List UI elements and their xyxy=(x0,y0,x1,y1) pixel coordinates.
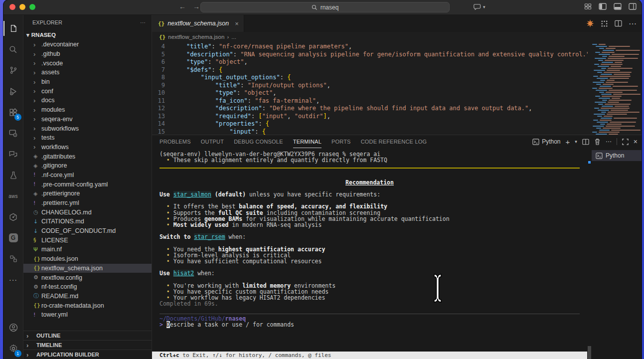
sidebar-item-search[interactable] xyxy=(3,39,23,60)
back-button[interactable]: ← xyxy=(179,2,186,10)
terminal-dropdown-icon[interactable]: ▾ xyxy=(575,139,577,144)
sidebar-item-run-debug[interactable] xyxy=(3,81,23,102)
sparkle-icon[interactable] xyxy=(586,19,594,27)
code-line[interactable]: 12 "description": "Define where the pipe… xyxy=(152,105,587,113)
file-nf-test.config[interactable]: ⚙nf-test.config xyxy=(23,282,152,292)
panel-tab-ports[interactable]: PORTS xyxy=(331,135,351,148)
panel-tab-output[interactable]: OUTPUT xyxy=(201,135,224,148)
folder-workflows[interactable]: ›workflows xyxy=(23,143,152,152)
split-terminal-icon[interactable] xyxy=(582,139,589,145)
folder-.devcontainer[interactable]: ›.devcontainer xyxy=(23,40,152,49)
code-line[interactable]: 4 "title": "nf-core/rnaseq pipeline para… xyxy=(152,43,587,51)
accounts-button[interactable] xyxy=(3,317,23,338)
file-CITATIONS.md[interactable]: ↓CITATIONS.md xyxy=(23,217,152,226)
section-outline[interactable]: › OUTLINE xyxy=(23,331,152,340)
more-views-button[interactable]: ··· xyxy=(3,269,23,290)
file-nextflow.config[interactable]: ⚙nextflow.config xyxy=(23,273,152,282)
folder-bin[interactable]: ›bin xyxy=(23,77,152,87)
file-README.md[interactable]: ⓘREADME.md xyxy=(23,292,152,301)
panel-tab-terminal[interactable]: TERMINAL xyxy=(293,135,322,148)
toggle-sidebar-icon[interactable] xyxy=(599,3,607,10)
folder-docs[interactable]: ›docs xyxy=(23,96,152,105)
close-tab-icon[interactable]: × xyxy=(235,20,239,27)
section-timeline[interactable]: › TIMELINE xyxy=(23,340,152,350)
code-line[interactable]: 7 "$defs": { xyxy=(152,66,587,74)
sidebar-item-remote-explorer[interactable] xyxy=(3,123,23,144)
file-.gitignore[interactable]: ◈.gitignore xyxy=(23,161,152,171)
sidebar-item-testing[interactable] xyxy=(3,165,23,185)
sidebar-actions-button[interactable]: ··· xyxy=(140,19,146,25)
code-line[interactable]: 15 "input": { xyxy=(152,128,587,135)
panel-more-actions-icon[interactable]: ⋯ xyxy=(606,138,612,145)
file-.gitattributes[interactable]: ◈.gitattributes xyxy=(23,152,152,161)
section-application-builder[interactable]: › APPLICATION BUILDER xyxy=(23,350,152,359)
folder-assets[interactable]: ›assets xyxy=(23,68,152,77)
code-line[interactable]: 6 "type": "object", xyxy=(152,58,587,66)
folder-conf[interactable]: ›conf xyxy=(23,86,152,96)
code-line[interactable]: 8 "input_output_options": { xyxy=(152,74,587,82)
panel-tab-debug-console[interactable]: DEBUG CONSOLE xyxy=(234,135,283,148)
sidebar-item-gitlens[interactable]: G xyxy=(3,227,23,248)
root-folder-row[interactable]: ▾ RNASEQ xyxy=(23,30,152,40)
file-nextflow_schema.json[interactable]: {}nextflow_schema.json xyxy=(23,264,152,273)
code-line[interactable]: 9 "title": "Input/output options", xyxy=(152,82,587,90)
code-line[interactable]: 14 "properties": { xyxy=(152,120,587,128)
file-main.nf[interactable]: Ψmain.nf xyxy=(23,245,152,254)
file-CHANGELOG.md[interactable]: ◷CHANGELOG.md xyxy=(23,207,152,217)
sidebar-item-explorer[interactable] xyxy=(3,18,23,39)
folder-seqera-env[interactable]: ›seqera-env xyxy=(23,115,152,124)
terminal[interactable]: (seqera-env) llewelyn-van-der-berg@KTW2Y… xyxy=(152,148,587,359)
zoom-window-button[interactable] xyxy=(29,4,35,10)
file-.pre-commit-config.yaml[interactable]: !.pre-commit-config.yaml xyxy=(23,180,152,189)
forward-button[interactable]: → xyxy=(193,2,200,10)
sidebar-item-project-manager[interactable] xyxy=(3,248,23,269)
file-tower.yml[interactable]: !tower.yml xyxy=(23,310,152,320)
terminal-list-item-python[interactable]: Python xyxy=(592,150,642,161)
terminal-scrollbar[interactable] xyxy=(587,148,592,359)
minimize-window-button[interactable] xyxy=(19,4,25,10)
close-window-button[interactable] xyxy=(9,4,15,10)
file-ro-crate-metadata.json[interactable]: {}ro-crate-metadata.json xyxy=(23,301,152,310)
file-LICENSE[interactable]: §LICENSE xyxy=(23,235,152,245)
panel-tab-code-reference-log[interactable]: CODE REFERENCE LOG xyxy=(361,135,427,148)
file-.prettierignore[interactable]: ◈.prettierignore xyxy=(23,189,152,198)
code-line[interactable]: 13 "required": ["input", "outdir"], xyxy=(152,113,587,121)
panel-tab-problems[interactable]: PROBLEMS xyxy=(160,135,191,148)
code-editor[interactable]: 4 "title": "nf-core/rnaseq pipeline para… xyxy=(152,42,642,135)
sidebar-item-source-control[interactable] xyxy=(3,60,23,81)
customize-layout-icon[interactable] xyxy=(584,3,592,10)
code-line[interactable]: 10 "type": "object", xyxy=(152,89,587,97)
file-modules.json[interactable]: {}modules.json xyxy=(23,254,152,264)
folder-.github[interactable]: ›.github xyxy=(23,49,152,59)
schema-outline-icon[interactable] xyxy=(601,20,608,27)
minimap[interactable] xyxy=(588,42,642,135)
split-editor-icon[interactable] xyxy=(615,20,622,27)
copilot-chat-button[interactable]: ▾ xyxy=(474,3,485,10)
command-center-search[interactable]: rnaseq xyxy=(200,2,450,12)
sidebar-item-live-share[interactable] xyxy=(3,144,23,165)
toggle-secondary-sidebar-icon[interactable] xyxy=(629,3,637,10)
scrollbar-thumb[interactable] xyxy=(588,346,591,359)
settings-button[interactable]: 1 xyxy=(3,338,23,359)
close-panel-icon[interactable]: × xyxy=(634,138,638,146)
folder-modules[interactable]: ›modules xyxy=(23,105,152,115)
new-terminal-button[interactable]: + xyxy=(566,138,570,146)
toggle-panel-icon[interactable] xyxy=(614,3,622,10)
breadcrumb[interactable]: {} nextflow_schema.json › ... xyxy=(152,32,642,42)
file-.nf-core.yml[interactable]: !.nf-core.yml xyxy=(23,171,152,180)
sidebar-item-extensions[interactable]: 5 xyxy=(3,102,23,123)
sidebar-item-aws[interactable]: aws xyxy=(3,185,23,206)
folder-.vscode[interactable]: ›.vscode xyxy=(23,58,152,68)
code-line[interactable]: 5 "description": "RNA sequencing analysi… xyxy=(152,51,587,59)
folder-tests[interactable]: ›tests xyxy=(23,133,152,143)
file-.prettierrc.yml[interactable]: !.prettierrc.yml xyxy=(23,198,152,208)
code-line[interactable]: 11 "fa_icon": "fas fa-terminal", xyxy=(152,97,587,105)
sidebar-item-hex-tool[interactable] xyxy=(3,206,23,227)
folder-subworkflows[interactable]: ›subworkflows xyxy=(23,124,152,133)
more-actions-icon[interactable]: ⋯ xyxy=(629,19,637,28)
file-CODE_OF_CONDUCT.md[interactable]: ↓CODE_OF_CONDUCT.md xyxy=(23,226,152,236)
terminal-shell-label[interactable]: Python xyxy=(532,138,560,145)
maximize-panel-icon[interactable] xyxy=(622,139,629,145)
tab-nextflow-schema-json[interactable]: {} nextflow_schema.json × xyxy=(152,15,244,32)
kill-terminal-icon[interactable] xyxy=(594,138,601,145)
